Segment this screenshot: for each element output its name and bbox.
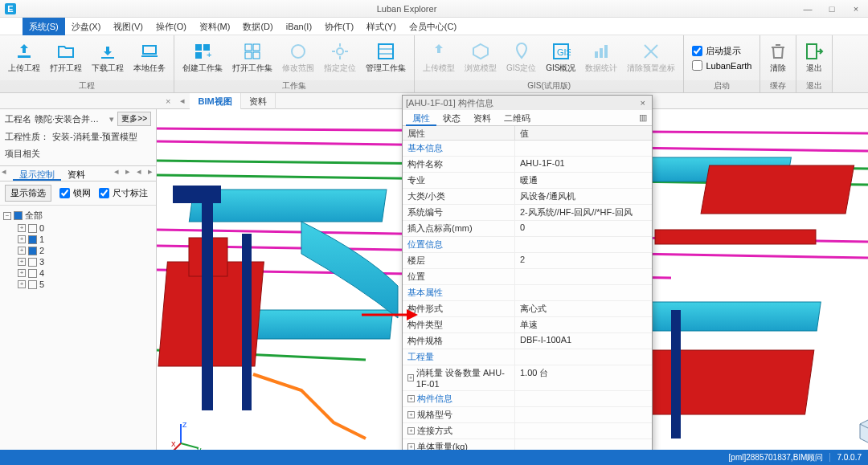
menu-item-6[interactable]: iBan(I) [280,18,318,35]
prop-section[interactable]: +构件信息 [403,391,652,407]
ribbon-check-LubanEarth[interactable]: LubanEarth [692,60,751,71]
tree-root[interactable]: −全部 [2,209,154,222]
prop-tab-3[interactable]: 二维码 [497,110,537,126]
menu-item-9[interactable]: 会员中心(C) [403,18,463,35]
expand-icon[interactable]: + [18,280,26,288]
tree-checkbox[interactable] [28,235,37,244]
prop-section[interactable]: 工程量 [403,349,652,365]
prop-value [515,269,652,284]
tree-node-1[interactable]: +1 [16,234,154,245]
lock-grid-checkbox[interactable]: 锁网 [59,187,91,199]
ribbon-create-set-button[interactable]: +创建工作集 [178,38,227,78]
lp-nav-next[interactable]: ▸ [122,166,133,181]
expand-icon[interactable]: + [18,224,26,232]
prop-row[interactable]: 构件规格DBF-I-100A1 [403,333,652,349]
prop-section[interactable]: 基本属性 [403,285,652,301]
menu-item-2[interactable]: 视图(V) [107,18,149,35]
prop-panel-titlebar[interactable]: [AHU-1F-01] 构件信息 × [403,96,652,110]
tree-checkbox[interactable] [28,224,37,233]
ribbon-open-button[interactable]: 打开工程 [45,38,87,78]
tree-node-5[interactable]: +5 [16,279,154,290]
collapse-icon[interactable]: − [3,212,11,220]
ribbon-check-启动提示[interactable]: 启动提示 [692,45,751,57]
ribbon-download-button[interactable]: 下载工程 [87,38,129,78]
left-tab-1[interactable]: 资料 [61,166,92,181]
menu-item-8[interactable]: 样式(Y) [360,18,403,35]
prop-row[interactable]: +单体重量(kg) [403,439,652,451]
svg-rect-23 [600,48,603,58]
ribbon-upload-button[interactable]: 上传工程 [3,38,45,78]
tree-checkbox[interactable] [28,247,37,255]
prop-row[interactable]: 楼层2 [403,253,652,269]
menu-item-0[interactable]: 系统(S) [23,18,65,35]
filter-display-button[interactable]: 显示筛选 [5,185,51,202]
menu-item-1[interactable]: 沙盘(X) [65,18,108,35]
svg-rect-5 [141,55,158,57]
tree-node-0[interactable]: +0 [16,222,154,234]
tree-checkbox[interactable] [28,269,37,278]
tree-node-4[interactable]: +4 [16,267,154,279]
expand-icon[interactable]: + [407,411,415,418]
expand-icon[interactable]: + [407,395,415,402]
expand-icon[interactable]: + [407,374,414,381]
ribbon-trash-button[interactable]: 清除 [764,38,792,78]
prop-section[interactable]: 基本信息 [403,141,652,157]
ribbon-gis-pin-button: GIS定位 [502,38,541,78]
left-tab-0[interactable]: 显示控制 [13,166,61,181]
prop-section[interactable]: 位置信息 [403,237,652,253]
prop-value [515,141,652,156]
lp-nav-prev2[interactable]: ◂ [133,166,145,181]
tree-node-3[interactable]: +3 [16,256,154,267]
doc-tab-0[interactable]: BIM视图 [190,93,240,109]
maximize-button[interactable]: □ [820,0,844,18]
expand-icon[interactable]: + [18,247,26,255]
prop-row[interactable]: 专业暖通 [403,173,652,189]
tree-checkbox[interactable] [28,258,37,267]
menu-item-3[interactable]: 操作(O) [149,18,193,35]
tree-checkbox[interactable] [28,280,37,289]
prop-row[interactable]: 位置 [403,269,652,285]
close-button[interactable]: × [844,0,868,18]
doc-tab-prev[interactable]: ◂ [175,96,190,106]
upload-model-icon [429,42,448,61]
expand-icon[interactable]: + [407,427,415,434]
tree-node-2[interactable]: +2 [16,245,154,256]
prop-tab-2[interactable]: 资料 [467,110,497,126]
menu-item-5[interactable]: 数据(D) [236,18,279,35]
prop-tab-0[interactable]: 属性 [406,110,436,126]
prop-row[interactable]: 系统编号2-风系统//HF-回风//*HF-回风 [403,205,652,221]
ribbon-exit-button[interactable]: 退出 [800,38,829,78]
doc-tab-1[interactable]: 资料 [241,93,276,109]
svg-point-15 [337,48,343,55]
project-name-value[interactable]: 赣陀·安装合并工程·修B [35,113,106,125]
more-button[interactable]: 更多>> [117,112,151,126]
tree-checkbox[interactable] [14,211,23,220]
dimension-checkbox[interactable]: 尺寸标注 [99,187,148,199]
lp-nav-next2[interactable]: ▸ [145,166,156,181]
menu-item-7[interactable]: 协作(T) [318,18,360,35]
prop-table-body: 基本信息构件名称AHU-1F-01专业暖通大类/小类风设备/通风机系统编号2-风… [403,141,652,451]
prop-row[interactable]: +连接方式 [403,423,652,439]
ribbon-laptop-button[interactable]: 本地任务 [129,38,170,78]
expand-icon[interactable]: + [18,258,26,266]
left-tab-chevron[interactable]: ◂ [0,166,8,181]
minimize-button[interactable]: — [796,0,820,18]
prop-panel-settings-icon[interactable]: ▥ [634,112,652,123]
ribbon-manage-set-button[interactable]: 管理工作集 [361,38,411,78]
expand-icon[interactable]: + [18,235,26,243]
prop-row[interactable]: 构件名称AHU-1F-01 [403,157,652,173]
prop-row[interactable]: 插入点标高(mm)0 [403,221,652,237]
prop-panel-close[interactable]: × [637,98,649,108]
prop-row[interactable]: 构件形式离心式 [403,301,652,317]
prop-row[interactable]: 构件类型单速 [403,317,652,333]
prop-tab-1[interactable]: 状态 [436,110,467,126]
prop-row[interactable]: +规格型号 [403,407,652,423]
lp-nav-prev[interactable]: ◂ [111,166,122,181]
ribbon-gis-overview-button[interactable]: GISGIS概况 [541,38,580,78]
menu-item-4[interactable]: 资料(M) [193,18,237,35]
ribbon-open-set-button[interactable]: 打开工作集 [227,38,277,78]
expand-icon[interactable]: + [18,269,26,277]
doc-tab-close[interactable]: × [161,96,175,106]
prop-row[interactable]: +消耗量 设备数量 AHU-1F-011.00 台 [403,365,652,391]
prop-row[interactable]: 大类/小类风设备/通风机 [403,189,652,205]
